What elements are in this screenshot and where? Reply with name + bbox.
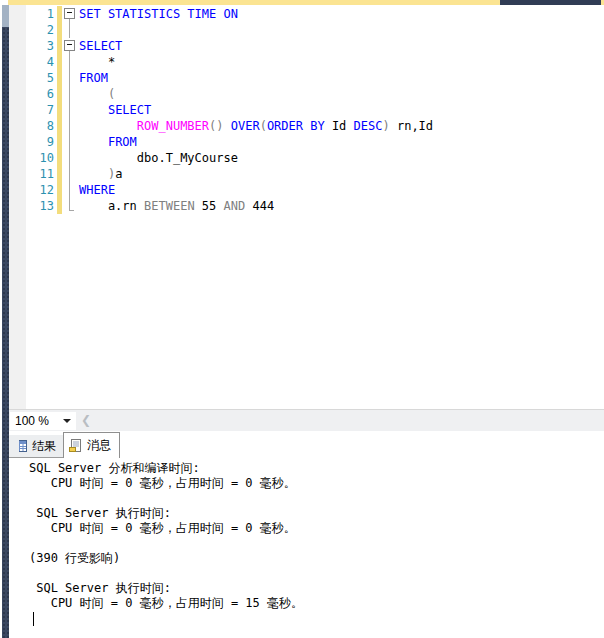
line-number: 8 (26, 118, 57, 134)
indicator-margin-cell (9, 70, 26, 86)
code-line: 9 FROM (9, 134, 604, 150)
panel-strip-top (2, 5, 9, 27)
outlining-margin (62, 134, 79, 150)
code-text[interactable]: SET STATISTICS TIME ON (79, 6, 238, 22)
code-line: 2 (9, 22, 604, 38)
outlining-margin (62, 166, 79, 182)
code-line: 12WHERE (9, 182, 604, 198)
messages-icon (68, 439, 83, 453)
indicator-margin-cell (9, 86, 26, 102)
outlining-margin (62, 118, 79, 134)
indicator-margin-cell (9, 134, 26, 150)
outlining-margin (62, 22, 79, 38)
code-line: 1SET STATISTICS TIME ON (9, 6, 604, 22)
sql-editor[interactable]: 1SET STATISTICS TIME ON23SELECT4 *5FROM6… (9, 5, 604, 409)
code-text[interactable]: SELECT (79, 38, 122, 54)
message-line: SQL Server 分析和编译时间: (29, 461, 604, 476)
outlining-margin (62, 182, 79, 198)
indicator-margin-cell (9, 102, 26, 118)
message-line: CPU 时间 = 0 毫秒，占用时间 = 15 毫秒。 (29, 596, 604, 611)
results-tab-strip: 结果消息 (9, 431, 604, 458)
code-text[interactable]: ( (79, 86, 115, 102)
message-line: SQL Server 执行时间: (29, 506, 604, 521)
code-lines: 1SET STATISTICS TIME ON23SELECT4 *5FROM6… (9, 6, 604, 214)
indicator-margin-cell (9, 6, 26, 22)
query-editor-window: 1SET STATISTICS TIME ON23SELECT4 *5FROM6… (0, 0, 604, 638)
line-number: 3 (26, 38, 57, 54)
chevron-down-icon (63, 419, 71, 423)
scroll-left-icon[interactable]: ❮ (81, 413, 91, 427)
outlining-margin (62, 150, 79, 166)
outlining-margin (62, 6, 79, 22)
outlining-margin (62, 38, 79, 54)
line-number: 5 (26, 70, 57, 86)
indicator-margin-cell (9, 166, 26, 182)
indicator-margin-cell (9, 38, 26, 54)
results-pane: 结果消息 SQL Server 分析和编译时间: CPU 时间 = 0 毫秒，占… (9, 431, 604, 638)
horizontal-scrollbar[interactable]: ❮ (76, 410, 604, 431)
outlining-margin (62, 86, 79, 102)
outlining-margin (62, 198, 79, 214)
collapse-toggle-icon[interactable] (64, 40, 75, 51)
code-line: 6 ( (9, 86, 604, 102)
message-line (29, 491, 604, 506)
line-number: 13 (26, 198, 57, 214)
code-line: 4 * (9, 54, 604, 70)
message-line: (390 行受影响) (29, 551, 604, 566)
message-line: CPU 时间 = 0 毫秒，占用时间 = 0 毫秒。 (29, 476, 604, 491)
line-number: 11 (26, 166, 57, 182)
line-number: 2 (26, 22, 57, 38)
code-text[interactable]: FROM (79, 134, 137, 150)
code-line: 8 ROW_NUMBER() OVER(ORDER BY Id DESC) rn… (9, 118, 604, 134)
line-number: 12 (26, 182, 57, 198)
code-line: 7 SELECT (9, 102, 604, 118)
code-text[interactable]: ROW_NUMBER() OVER(ORDER BY Id DESC) rn,I… (79, 118, 433, 134)
code-text[interactable]: SELECT (79, 102, 151, 118)
text-caret (33, 612, 34, 626)
messages-output[interactable]: SQL Server 分析和编译时间: CPU 时间 = 0 毫秒，占用时间 =… (9, 458, 604, 638)
code-text[interactable]: dbo.T_MyCourse (79, 150, 238, 166)
tab-label: 消息 (87, 437, 111, 454)
code-text[interactable]: WHERE (79, 182, 115, 198)
zoom-level-select[interactable]: 100 % (10, 412, 76, 430)
code-text[interactable]: a.rn BETWEEN 55 AND 444 (79, 198, 274, 214)
line-number: 6 (26, 86, 57, 102)
editor-bottom-bar: 100 % ❮ (9, 409, 604, 431)
code-line: 3SELECT (9, 38, 604, 54)
tab-strip-left-margin (9, 435, 19, 458)
line-number: 1 (26, 6, 57, 22)
message-line (29, 566, 604, 581)
collapsed-panel-strip[interactable] (2, 5, 9, 638)
code-text[interactable]: FROM (79, 70, 108, 86)
line-number: 10 (26, 150, 57, 166)
code-line: 11 )a (9, 166, 604, 182)
zoom-level-value: 100 % (10, 414, 63, 428)
code-line: 5FROM (9, 70, 604, 86)
message-line: CPU 时间 = 0 毫秒，占用时间 = 0 毫秒。 (29, 521, 604, 536)
tab-messages[interactable]: 消息 (63, 432, 120, 458)
message-line: SQL Server 执行时间: (29, 581, 604, 596)
line-number: 7 (26, 102, 57, 118)
collapse-toggle-icon[interactable] (64, 8, 75, 19)
tab-label: 结果 (32, 438, 56, 455)
code-line: 10 dbo.T_MyCourse (9, 150, 604, 166)
outlining-margin (62, 102, 79, 118)
code-line: 13 a.rn BETWEEN 55 AND 444 (9, 198, 604, 214)
message-line (29, 536, 604, 551)
outlining-margin (62, 54, 79, 70)
indicator-margin-cell (9, 198, 26, 214)
outlining-margin (62, 70, 79, 86)
indicator-margin-cell (9, 54, 26, 70)
code-text[interactable]: )a (79, 166, 122, 182)
indicator-margin-cell (9, 22, 26, 38)
code-text[interactable]: * (79, 54, 115, 70)
line-number: 9 (26, 134, 57, 150)
indicator-margin-cell (9, 182, 26, 198)
indicator-margin-cell (9, 150, 26, 166)
panel-strip-texture (2, 27, 9, 638)
indicator-margin-cell (9, 118, 26, 134)
line-number: 4 (26, 54, 57, 70)
